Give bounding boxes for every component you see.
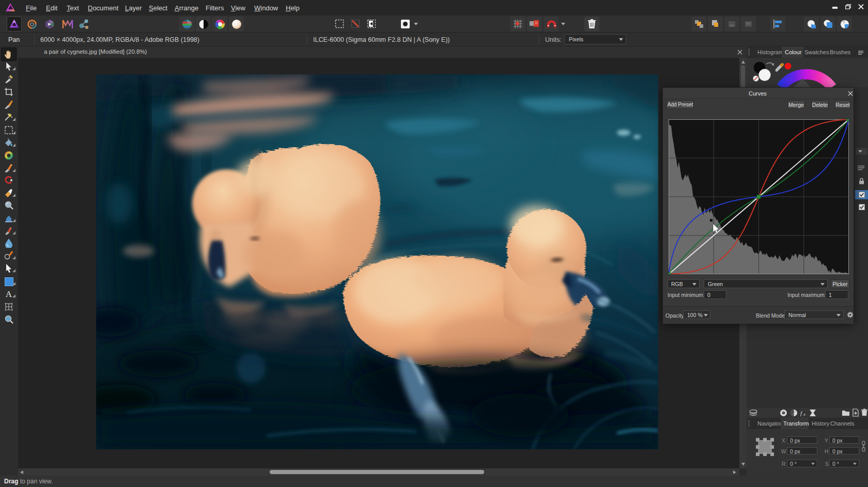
svg-text:f: f bbox=[800, 410, 803, 416]
svg-text:x: x bbox=[803, 412, 805, 417]
svg-text:A: A bbox=[6, 289, 12, 299]
